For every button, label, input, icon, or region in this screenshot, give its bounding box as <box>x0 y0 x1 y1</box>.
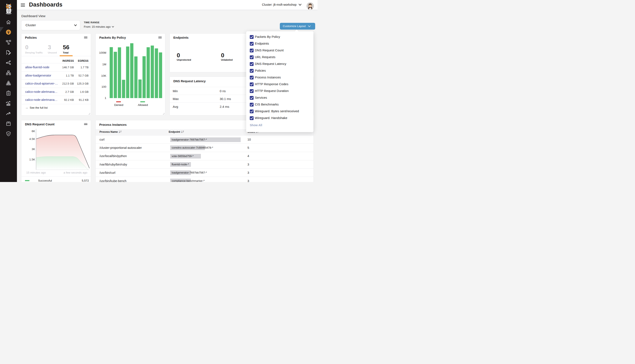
svg-text:100M: 100M <box>99 51 106 54</box>
svg-text:6K: 6K <box>32 130 35 133</box>
svg-text:10K: 10K <box>101 74 106 77</box>
svg-text:Allowed: Allowed <box>138 103 148 106</box>
svg-text:100: 100 <box>101 85 106 88</box>
svg-text:1M: 1M <box>102 63 106 66</box>
svg-text:a few seconds ago: a few seconds ago <box>64 171 87 174</box>
svg-text:Denied: Denied <box>114 103 123 106</box>
svg-text:1.5K: 1.5K <box>29 158 35 161</box>
svg-text:3K: 3K <box>32 148 35 151</box>
svg-text:1: 1 <box>105 96 106 100</box>
svg-text:15 minutes ago: 15 minutes ago <box>26 171 46 174</box>
svg-text:4.5K: 4.5K <box>29 138 35 140</box>
